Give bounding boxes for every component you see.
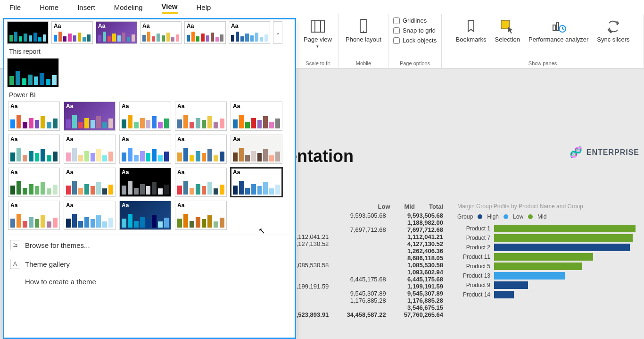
data-table: Low Mid Total 9,593,505.689,593,505.681,…: [283, 203, 443, 318]
table-row: 7,697,712.687,697,712.68: [283, 226, 443, 233]
theme-swatch-grayaccent[interactable]: Aa: [119, 168, 171, 197]
theme-swatch-blues[interactable]: Aa: [64, 201, 116, 230]
theme-gallery-popup: AaAaAaAaAa⌄ This report Power BI AaAaAaA…: [3, 18, 296, 339]
legend-dot-low: [504, 214, 508, 219]
chart-title: Margin Group Profits by Product Name and…: [457, 203, 636, 210]
section-powerbi: Power BI: [9, 91, 292, 99]
theme-swatch-bluemono[interactable]: Aa: [119, 135, 171, 164]
bar-chart: Margin Group Profits by Product Name and…: [457, 203, 636, 300]
table-row: 1,199,191.591,199,191.59: [283, 283, 443, 290]
table-row: 9,545,307.899,545,307.89: [283, 290, 443, 297]
table-row: 3,546,675.15: [283, 304, 443, 311]
tab-insert[interactable]: Insert: [77, 1, 95, 13]
a-icon: A: [10, 259, 20, 269]
performance-button[interactable]: Performance analyzer: [527, 17, 590, 44]
theme-swatch-multi[interactable]: Aa: [140, 21, 182, 44]
theme-swatch-purple[interactable]: Aa: [64, 102, 116, 131]
gridlines-checkbox[interactable]: Gridlines: [393, 17, 437, 24]
tab-view[interactable]: View: [162, 0, 178, 14]
theme-grid: AaAaAaAaAaAaAaAaAaAaAaAaAaAaAaAaAaAaAa: [7, 102, 292, 230]
page-view-label: Page view: [304, 36, 332, 43]
page-view-button[interactable]: Page view ▾: [302, 17, 334, 50]
ribbon-group-scale: Page view ▾ Scale to fit: [297, 14, 339, 68]
sync-icon: [605, 18, 622, 35]
bar-row: Product 11: [457, 253, 636, 261]
legend-dot-high: [478, 214, 482, 219]
theme-popup-footer: 🗂 Browse for themes... A Theme gallery H…: [7, 235, 292, 288]
browse-themes-link[interactable]: 🗂 Browse for themes...: [7, 238, 292, 252]
theme-dropdown-chevron[interactable]: ⌄: [273, 21, 282, 44]
ribbon-group-options: Gridlines Snap to grid Lock objects Page…: [388, 14, 442, 68]
table-row: 1,085,530.581,085,530.58: [283, 262, 443, 269]
table-row: 1,188,982.00: [283, 219, 443, 226]
table-row: 8,686,118.05: [283, 254, 443, 262]
theme-swatch-dark[interactable]: [7, 58, 59, 87]
table-row: 1,093,602.94: [283, 269, 443, 276]
theme-gallery-link[interactable]: A Theme gallery: [7, 257, 292, 271]
ribbon-group-scale-label: Scale to fit: [305, 60, 330, 66]
snap-checkbox[interactable]: Snap to grid: [393, 27, 437, 34]
theme-swatch-multi[interactable]: Aa: [8, 201, 60, 230]
ribbon-group-panes: Bookmarks Selection Performance analyzer…: [442, 14, 644, 68]
tab-modeling[interactable]: Modeling: [114, 1, 143, 13]
selection-icon: [499, 18, 516, 35]
theme-swatch-greens[interactable]: Aa: [8, 168, 60, 197]
ribbon-group-options-label: Page options: [400, 60, 430, 66]
theme-swatch-blues[interactable]: Aa: [229, 21, 270, 44]
theme-quick-row: AaAaAaAaAa⌄: [7, 21, 292, 44]
theme-swatch-blues[interactable]: Aa: [231, 168, 282, 197]
theme-swatch-bright[interactable]: Aa: [184, 21, 226, 44]
folder-icon: 🗂: [10, 240, 20, 250]
theme-swatch-purple[interactable]: Aa: [96, 21, 137, 44]
theme-swatch-multi[interactable]: Aa: [175, 102, 227, 131]
theme-swatch-brownish[interactable]: Aa: [231, 135, 282, 164]
ribbon-tabs: File Home Insert Modeling View Help: [0, 0, 644, 14]
phone-layout-label: Phone layout: [346, 36, 381, 43]
theme-swatch-hotmix[interactable]: Aa: [64, 168, 116, 197]
tab-home[interactable]: Home: [40, 1, 58, 13]
table-row: 7,523,893.9134,458,587.2257,760,265.64: [283, 311, 443, 318]
tab-file[interactable]: File: [9, 1, 21, 13]
table-row: 4,127,130.524,127,130.52: [283, 240, 443, 247]
selection-button[interactable]: Selection: [493, 17, 522, 44]
svg-rect-0: [311, 21, 321, 32]
lock-checkbox[interactable]: Lock objects: [393, 37, 437, 44]
theme-swatch-pastel[interactable]: Aa: [64, 135, 116, 164]
svg-point-3: [363, 31, 364, 32]
bar-row: Product 7: [457, 234, 636, 242]
phone-icon: [355, 18, 372, 35]
theme-swatch-default[interactable]: Aa: [8, 102, 60, 131]
phone-layout-button[interactable]: Phone layout: [344, 17, 383, 44]
theme-swatch-orngblu[interactable]: Aa: [175, 135, 227, 164]
bar-row: Product 9: [457, 281, 636, 289]
bar-row: Product 13: [457, 272, 636, 280]
chart-legend: Group High Low Mid: [457, 213, 636, 220]
table-row: 1,112,041.211,112,041.21: [283, 233, 443, 240]
theme-swatch-default[interactable]: Aa: [51, 21, 93, 44]
bar-row: Product 2: [457, 244, 636, 251]
svg-rect-6: [556, 22, 559, 31]
theme-swatch-dark[interactable]: [7, 21, 49, 44]
ribbon-group-panes-label: Show panes: [528, 60, 557, 66]
theme-swatch-bright[interactable]: Aa: [231, 102, 282, 131]
theme-swatch-hotmix[interactable]: Aa: [175, 168, 227, 197]
howto-theme-link[interactable]: How to create a theme: [7, 276, 292, 288]
bookmarks-button[interactable]: Bookmarks: [454, 17, 488, 44]
table-header: Low Mid Total: [283, 203, 443, 210]
ribbon-group-mobile: Phone layout Mobile: [339, 14, 388, 68]
theme-swatch-navyblue[interactable]: Aa: [119, 201, 171, 230]
theme-swatch-oliveorg[interactable]: Aa: [175, 201, 227, 230]
bar-row: Product 14: [457, 291, 636, 298]
svg-rect-5: [553, 25, 555, 31]
table-row: 9,593,505.689,593,505.68: [283, 212, 443, 219]
table-row: 1,262,406.36: [283, 247, 443, 254]
table-row: 1,176,885.281,176,885.28: [283, 297, 443, 304]
theme-swatch-tealgrn[interactable]: Aa: [8, 135, 60, 164]
table-row: 6,445,175.686,445,175.68: [283, 276, 443, 283]
page-view-icon: [309, 18, 326, 35]
section-this-report: This report: [9, 48, 292, 55]
sync-slicers-button[interactable]: Sync slicers: [595, 17, 631, 44]
theme-swatch-teals[interactable]: Aa: [119, 102, 171, 131]
tab-help[interactable]: Help: [197, 1, 211, 13]
bar-row: Product 1: [457, 225, 636, 232]
